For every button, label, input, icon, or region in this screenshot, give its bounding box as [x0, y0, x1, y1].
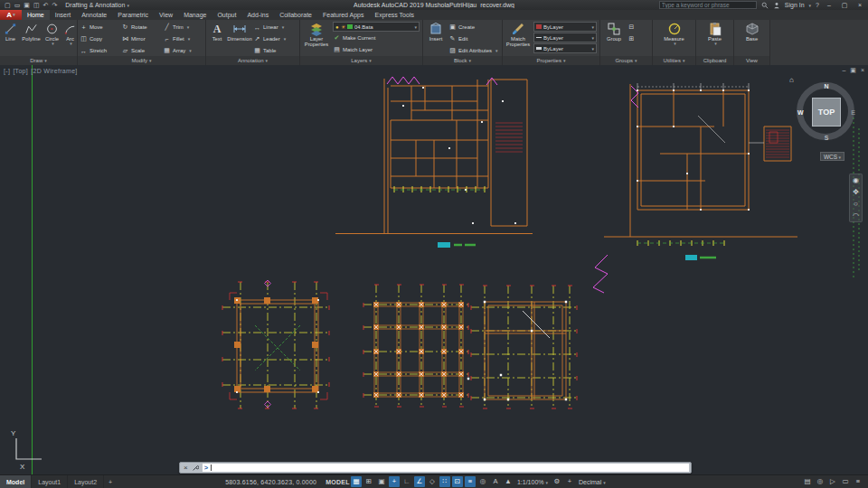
circle-tool[interactable]: Circle ▾	[43, 22, 61, 47]
drawing-canvas[interactable]: Y X	[0, 65, 868, 474]
sign-in-button[interactable]: Sign In	[785, 2, 805, 8]
measure-button[interactable]: Measure ▾	[660, 22, 689, 47]
minimize-button[interactable]: –	[824, 2, 835, 8]
stretch-tool[interactable]: ↔Stretch	[80, 45, 119, 56]
match-properties-button[interactable]: Match Properties	[505, 22, 532, 48]
command-close-icon[interactable]: ×	[184, 464, 188, 472]
units-display[interactable]: Decimal ▾	[579, 479, 606, 485]
graphics-performance-toggle[interactable]: ▷	[827, 476, 838, 487]
layer-properties-button[interactable]: Layer Properties	[302, 22, 331, 48]
ungroup-tool[interactable]: ⊟	[627, 22, 646, 33]
isolate-objects-button[interactable]: ◎	[815, 476, 826, 487]
drawing-close-button[interactable]: ×	[861, 67, 864, 74]
mirror-tool[interactable]: ⋈Mirror	[121, 33, 161, 44]
workspace-switcher[interactable]: Drafting & Annotation ▾	[61, 2, 133, 8]
zoom-icon[interactable]: ○	[854, 200, 858, 208]
tab-collaborate[interactable]: Collaborate	[274, 10, 317, 20]
viewcube-top-face[interactable]: TOP	[812, 98, 841, 127]
panel-label-properties[interactable]: Properties▾	[503, 56, 599, 65]
tab-insert[interactable]: Insert	[50, 10, 77, 20]
tab-parametric[interactable]: Parametric	[112, 10, 154, 20]
text-tool[interactable]: A Text	[208, 22, 226, 42]
panel-label-clipboard[interactable]: Clipboard	[696, 56, 733, 65]
viewcube-west[interactable]: W	[797, 109, 804, 116]
lineweight-toggle[interactable]: ≡	[465, 476, 476, 487]
leader-tool[interactable]: ↗Leader▾	[253, 33, 297, 44]
pan-icon[interactable]: ✥	[853, 188, 859, 196]
restore-button[interactable]: ▢	[839, 2, 850, 9]
viewcube-south[interactable]: S	[825, 135, 829, 141]
plot-icon[interactable]: ◫	[33, 0, 40, 10]
insert-block-button[interactable]: Insert	[425, 22, 447, 42]
steering-wheel-icon[interactable]: ◉	[853, 176, 859, 184]
edit-block-tool[interactable]: ✎Edit	[448, 33, 499, 44]
command-input[interactable]: >	[203, 464, 689, 472]
base-view-button[interactable]: Base	[741, 22, 763, 42]
viewport-visual-style-control[interactable]: [2D Wireframe]	[31, 68, 77, 74]
tab-home[interactable]: Home	[22, 10, 50, 20]
paste-button[interactable]: Paste ▾	[703, 22, 728, 47]
dimension-tool[interactable]: Dimension	[228, 22, 251, 42]
open-file-icon[interactable]: ▭	[14, 0, 21, 10]
viewcube-home-icon[interactable]: ⌂	[789, 76, 794, 84]
tab-featured-apps[interactable]: Featured Apps	[317, 10, 370, 20]
linear-dimension-tool[interactable]: ↔Linear▾	[253, 22, 297, 33]
panel-label-view[interactable]: View	[734, 56, 769, 65]
panel-label-draw[interactable]: Draw▾	[0, 56, 77, 65]
close-button[interactable]: ×	[854, 2, 865, 8]
create-block-tool[interactable]: ▣Create	[448, 22, 499, 33]
array-tool[interactable]: ▦Array▾	[163, 45, 203, 56]
panel-label-utilities[interactable]: Utilities▾	[653, 56, 695, 65]
workspace-switching-button[interactable]: ⚙	[552, 476, 562, 487]
table-tool[interactable]: ▦Table	[253, 45, 297, 56]
search-input[interactable]	[659, 1, 757, 9]
move-tool[interactable]: +Move	[80, 22, 119, 33]
tab-manage[interactable]: Manage	[178, 10, 212, 20]
redo-icon[interactable]: ↷	[52, 0, 57, 10]
panel-label-block[interactable]: Block▾	[423, 56, 502, 65]
viewcube[interactable]: ⌂ N S W E TOP	[792, 78, 861, 146]
polar-tracking-toggle[interactable]: ∠	[414, 476, 425, 487]
layer-select[interactable]: ● ☀ 04.Bata ▾	[333, 22, 420, 32]
wcs-button[interactable]: WCS ▾	[820, 152, 844, 161]
scale-tool[interactable]: ▱Scale	[121, 45, 161, 56]
object-snap-tracking-toggle[interactable]: ∷	[439, 476, 450, 487]
snap-mode-toggle[interactable]: ⊞	[363, 476, 374, 487]
rotate-tool[interactable]: ↻Rotate	[121, 22, 161, 33]
group-button[interactable]: Group	[602, 22, 626, 42]
search-icon[interactable]	[761, 2, 769, 9]
model-space-label[interactable]: MODEL	[326, 479, 350, 485]
tab-layout2[interactable]: Layout2	[68, 475, 104, 488]
lineweight-select[interactable]: ByLayer▾	[533, 43, 597, 53]
undo-icon[interactable]: ↶	[43, 0, 49, 10]
linetype-select[interactable]: ByLayer▾	[533, 33, 597, 42]
viewport-menu-control[interactable]: [-]	[4, 68, 10, 74]
object-snap-toggle[interactable]: ⊡	[452, 476, 463, 487]
infer-constraints-toggle[interactable]: ▣	[376, 476, 387, 487]
application-menu-button[interactable]: A▾	[0, 10, 22, 20]
polyline-tool[interactable]: Polyline	[21, 22, 42, 42]
isometric-drafting-toggle[interactable]: ◇	[427, 476, 438, 487]
new-file-icon[interactable]: ▢	[5, 0, 11, 10]
copy-tool[interactable]: ◫Copy	[80, 33, 119, 44]
viewport-view-control[interactable]: [Top]	[13, 68, 28, 74]
clean-screen-button[interactable]: ▭	[840, 476, 851, 487]
tab-output[interactable]: Output	[212, 10, 241, 20]
help-icon[interactable]: ?	[816, 0, 819, 10]
tab-express-tools[interactable]: Express Tools	[370, 10, 420, 20]
line-tool[interactable]: Line	[2, 22, 19, 42]
arc-tool[interactable]: Arc ▾	[62, 22, 78, 47]
tab-view[interactable]: View	[154, 10, 178, 20]
autoscale-toggle[interactable]: ▲	[503, 476, 514, 487]
save-file-icon[interactable]: ▣	[24, 0, 30, 10]
tab-layout1[interactable]: Layout1	[32, 475, 68, 488]
annotation-monitor-toggle[interactable]: +	[564, 476, 575, 487]
customization-button[interactable]: ≡	[853, 476, 863, 487]
tab-model[interactable]: Model	[0, 475, 32, 488]
grid-mode-toggle[interactable]: ▦	[351, 476, 362, 487]
selection-cycling-toggle[interactable]: ◎	[477, 476, 488, 487]
match-layer-tool[interactable]: ▤Match Layer	[333, 44, 420, 55]
drawing-minimize-button[interactable]: –	[842, 67, 845, 74]
command-line-bar[interactable]: × >	[179, 462, 692, 474]
orbit-icon[interactable]: ◠	[853, 211, 859, 220]
